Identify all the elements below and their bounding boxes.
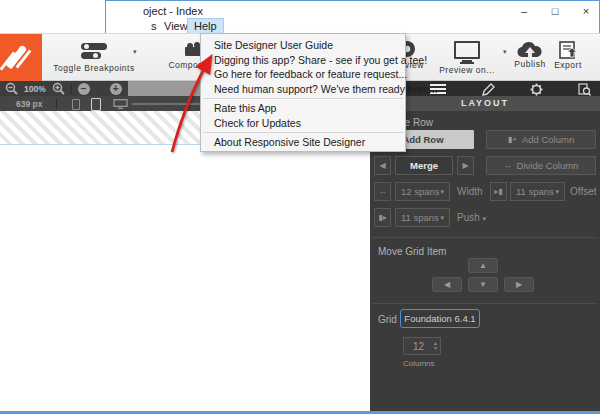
- preview-on-monitor-icon: [454, 41, 480, 64]
- columns-stepper[interactable]: 12 ▲▼: [403, 337, 441, 355]
- add-column-button[interactable]: ▮+ Add Column: [486, 130, 596, 149]
- app-logo-icon: [0, 34, 42, 81]
- menu-item-feedback[interactable]: Go here for feedback or feature request.…: [201, 67, 405, 82]
- export-document-icon: [558, 41, 578, 59]
- preview-on-caret-icon[interactable]: ▾: [503, 48, 507, 56]
- export-button[interactable]: Export: [548, 41, 588, 77]
- push-label: Push ▾: [457, 212, 486, 223]
- window-title: oject - Index: [143, 5, 203, 17]
- zoom-level: 100%: [24, 84, 46, 94]
- offset-label: Offset: [570, 186, 597, 197]
- move-up-button[interactable]: ▲: [468, 258, 498, 273]
- move-left-button[interactable]: ◀: [432, 277, 462, 292]
- menu-item-human-support[interactable]: Need human support? We've them ready her…: [201, 82, 405, 97]
- divide-column-icon: ↔: [504, 161, 512, 170]
- toggle-breakpoints-icon: [81, 41, 107, 61]
- stepper-down-icon: ▼: [433, 346, 438, 351]
- move-grid-item-label: Move Grid Item: [378, 246, 446, 257]
- offset-select[interactable]: 11 spans ▾: [510, 182, 565, 201]
- menu-separator: [203, 132, 403, 133]
- grid-label: Grid: [378, 314, 397, 325]
- width-icon[interactable]: ↔: [374, 182, 391, 201]
- help-dropdown-menu: Site Designer User Guide Digging this ap…: [200, 33, 406, 152]
- width-select[interactable]: 12 spans ▾: [395, 182, 450, 201]
- grid-framework-button[interactable]: Foundation 6.4.1: [400, 309, 480, 328]
- desktop-icon[interactable]: [113, 99, 128, 109]
- menu-item-check-updates[interactable]: Check for Updates: [201, 116, 405, 131]
- push-icon[interactable]: ▮▸: [374, 208, 391, 227]
- divide-column-button[interactable]: ↔ Divide Column: [486, 156, 596, 175]
- zoom-in-icon[interactable]: [52, 82, 65, 95]
- tab-inspector-search-icon[interactable]: [578, 83, 591, 96]
- menubar-item-help[interactable]: Help: [188, 19, 223, 34]
- merge-button[interactable]: Merge: [395, 156, 453, 175]
- toggle-breakpoints-button[interactable]: Toggle Breakpoints: [58, 41, 130, 77]
- menu-item-rate-app[interactable]: Rate this App: [201, 101, 405, 116]
- toggle-breakpoints-caret-icon[interactable]: ▾: [133, 48, 137, 56]
- push-select[interactable]: 11 spans ▾: [395, 208, 450, 227]
- minimize-button[interactable]: –: [509, 0, 539, 22]
- menu-item-digging-share[interactable]: Digging this app? Share - see if you get…: [201, 53, 405, 68]
- zoom-out-icon[interactable]: [5, 82, 18, 95]
- publish-cloud-icon: [516, 41, 544, 59]
- breakpoint-width-label: 639 px: [16, 99, 42, 109]
- close-button[interactable]: ×: [571, 0, 600, 22]
- menu-item-about[interactable]: About Responsive Site Designer: [201, 135, 405, 150]
- preview-on-button[interactable]: Preview on...: [436, 41, 498, 77]
- divider: [56, 98, 57, 109]
- offset-icon[interactable]: ▸▮: [490, 182, 507, 201]
- phone-small-icon[interactable]: [72, 99, 80, 110]
- remove-breakpoint-button[interactable]: −: [78, 83, 90, 95]
- merge-left-button[interactable]: ◀: [374, 156, 391, 175]
- add-breakpoint-button[interactable]: +: [110, 83, 122, 95]
- menu-item-user-guide[interactable]: Site Designer User Guide: [201, 38, 405, 53]
- tab-design-pen-icon[interactable]: [482, 83, 495, 96]
- chevron-down-icon: ▾: [440, 188, 444, 196]
- move-right-button[interactable]: ▶: [504, 277, 534, 292]
- move-down-button[interactable]: ▼: [468, 277, 498, 292]
- width-label: Width: [457, 186, 483, 197]
- chevron-down-icon: ▾: [555, 188, 559, 196]
- chevron-down-icon: ▾: [440, 214, 444, 222]
- merge-right-button[interactable]: ▶: [457, 156, 474, 175]
- tab-settings-gear-icon[interactable]: [530, 83, 543, 96]
- columns-label: Columns: [403, 359, 435, 368]
- menu-separator: [203, 98, 403, 99]
- window-border-left-top: [105, 0, 106, 33]
- divider: [71, 83, 72, 94]
- chevron-down-icon: ▾: [483, 215, 487, 222]
- divider: [372, 237, 598, 238]
- divider: [372, 303, 598, 304]
- phone-large-icon[interactable]: [91, 98, 101, 111]
- publish-button[interactable]: Publish: [508, 41, 552, 77]
- add-column-icon: ▮+: [508, 135, 517, 144]
- maximize-button[interactable]: □: [540, 0, 570, 22]
- design-canvas[interactable]: [0, 145, 370, 411]
